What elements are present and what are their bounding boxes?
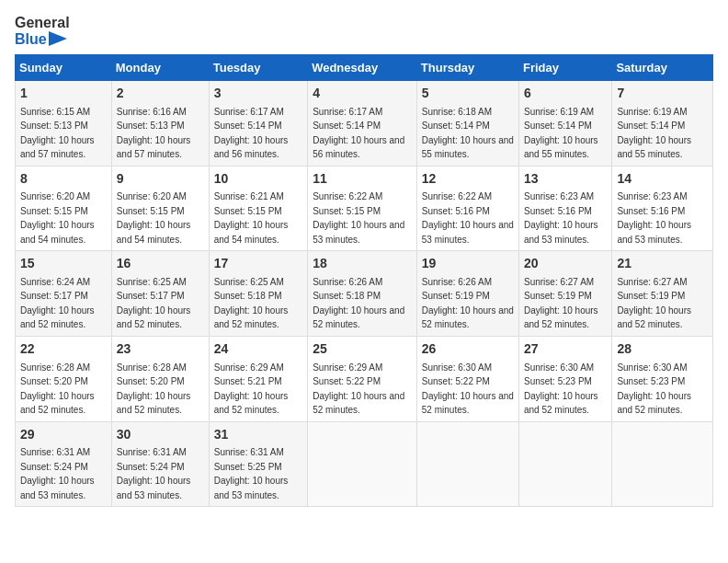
day-daylight: Daylight: 10 hours and 52 minutes.: [617, 305, 691, 330]
calendar-week-2: 8 Sunrise: 6:20 AM Sunset: 5:15 PM Dayli…: [16, 166, 713, 251]
day-number: 27: [524, 340, 607, 359]
day-sunset: Sunset: 5:15 PM: [20, 206, 88, 216]
day-daylight: Daylight: 10 hours and 52 minutes.: [117, 391, 191, 416]
day-daylight: Daylight: 10 hours and 56 minutes.: [214, 135, 289, 160]
day-daylight: Daylight: 10 hours and 54 minutes.: [214, 220, 289, 245]
calendar-cell-29: 30 Sunrise: 6:31 AM Sunset: 5:24 PM Dayl…: [111, 421, 209, 507]
day-number: 6: [524, 85, 607, 103]
day-daylight: Daylight: 10 hours and 55 minutes.: [617, 135, 691, 160]
day-sunrise: Sunrise: 6:30 AM: [422, 362, 492, 373]
calendar-week-3: 15 Sunrise: 6:24 AM Sunset: 5:17 PM Dayl…: [16, 251, 713, 337]
calendar-cell-22: 23 Sunrise: 6:28 AM Sunset: 5:20 PM Dayl…: [111, 336, 209, 421]
day-sunrise: Sunrise: 6:19 AM: [617, 107, 687, 117]
calendar-cell-23: 24 Sunrise: 6:29 AM Sunset: 5:21 PM Dayl…: [209, 336, 307, 421]
calendar-cell-20: 21 Sunrise: 6:27 AM Sunset: 5:19 PM Dayl…: [612, 251, 713, 337]
day-sunset: Sunset: 5:14 PM: [524, 121, 592, 131]
day-daylight: Daylight: 10 hours and 52 minutes.: [313, 391, 404, 416]
calendar-cell-3: 4 Sunrise: 6:17 AM Sunset: 5:14 PM Dayli…: [308, 81, 417, 167]
day-number: 4: [313, 85, 412, 103]
calendar-cell-4: 5 Sunrise: 6:18 AM Sunset: 5:14 PM Dayli…: [416, 81, 518, 167]
day-sunset: Sunset: 5:21 PM: [214, 376, 282, 386]
day-sunrise: Sunrise: 6:17 AM: [214, 107, 284, 117]
svg-marker-0: [49, 31, 67, 46]
calendar-cell-6: 7 Sunrise: 6:19 AM Sunset: 5:14 PM Dayli…: [612, 81, 713, 167]
day-daylight: Daylight: 10 hours and 52 minutes.: [214, 305, 289, 330]
logo: General Blue: [15, 15, 70, 47]
calendar-cell-5: 6 Sunrise: 6:19 AM Sunset: 5:14 PM Dayli…: [518, 81, 611, 167]
day-sunset: Sunset: 5:25 PM: [214, 462, 282, 472]
calendar-header-row: SundayMondayTuesdayWednesdayThursdayFrid…: [16, 55, 713, 81]
day-sunrise: Sunrise: 6:30 AM: [524, 362, 594, 373]
calendar-cell-30: 31 Sunrise: 6:31 AM Sunset: 5:25 PM Dayl…: [209, 421, 307, 507]
day-number: 21: [617, 255, 708, 273]
day-sunset: Sunset: 5:19 PM: [617, 291, 685, 301]
day-sunset: Sunset: 5:15 PM: [214, 206, 282, 216]
day-sunset: Sunset: 5:13 PM: [117, 121, 185, 131]
day-number: 30: [117, 426, 204, 444]
header-monday: Monday: [111, 55, 209, 81]
day-number: 7: [617, 85, 708, 103]
day-sunrise: Sunrise: 6:22 AM: [422, 191, 492, 201]
day-sunrise: Sunrise: 6:28 AM: [20, 362, 90, 373]
day-sunrise: Sunrise: 6:31 AM: [117, 447, 187, 457]
day-daylight: Daylight: 10 hours and 52 minutes.: [422, 305, 514, 330]
calendar-cell-7: 8 Sunrise: 6:20 AM Sunset: 5:15 PM Dayli…: [16, 166, 112, 251]
day-sunrise: Sunrise: 6:27 AM: [617, 277, 687, 287]
calendar-cell-16: 17 Sunrise: 6:25 AM Sunset: 5:18 PM Dayl…: [209, 251, 307, 337]
calendar-cell-18: 19 Sunrise: 6:26 AM Sunset: 5:19 PM Dayl…: [416, 251, 518, 337]
day-daylight: Daylight: 10 hours and 52 minutes.: [617, 391, 691, 416]
day-daylight: Daylight: 10 hours and 53 minutes.: [617, 220, 691, 245]
day-daylight: Daylight: 10 hours and 53 minutes.: [524, 220, 598, 245]
day-number: 16: [117, 255, 204, 273]
day-sunset: Sunset: 5:16 PM: [422, 206, 490, 216]
day-daylight: Daylight: 10 hours and 52 minutes.: [117, 305, 191, 330]
day-sunrise: Sunrise: 6:21 AM: [214, 191, 284, 201]
day-daylight: Daylight: 10 hours and 56 minutes.: [313, 135, 404, 160]
day-sunset: Sunset: 5:18 PM: [313, 291, 381, 301]
day-number: 17: [214, 255, 302, 273]
day-number: 1: [20, 85, 107, 103]
day-sunset: Sunset: 5:16 PM: [524, 206, 592, 216]
day-number: 25: [313, 340, 412, 359]
day-daylight: Daylight: 10 hours and 53 minutes.: [422, 220, 514, 245]
day-sunset: Sunset: 5:15 PM: [117, 206, 185, 216]
calendar-cell-26: 27 Sunrise: 6:30 AM Sunset: 5:23 PM Dayl…: [518, 336, 611, 421]
day-sunset: Sunset: 5:15 PM: [313, 206, 381, 216]
day-daylight: Daylight: 10 hours and 53 minutes.: [20, 476, 95, 500]
day-number: 20: [524, 255, 607, 273]
day-sunset: Sunset: 5:14 PM: [422, 121, 490, 131]
day-daylight: Daylight: 10 hours and 53 minutes.: [313, 220, 404, 245]
day-sunrise: Sunrise: 6:25 AM: [117, 277, 187, 287]
day-sunset: Sunset: 5:14 PM: [617, 121, 685, 131]
day-sunset: Sunset: 5:22 PM: [422, 376, 490, 386]
page-header: General Blue: [15, 15, 713, 47]
day-sunrise: Sunrise: 6:31 AM: [214, 447, 284, 457]
day-number: 15: [20, 255, 107, 273]
logo-arrow-icon: [49, 31, 67, 46]
day-sunrise: Sunrise: 6:20 AM: [20, 191, 90, 201]
day-daylight: Daylight: 10 hours and 52 minutes.: [214, 391, 289, 416]
day-sunrise: Sunrise: 6:24 AM: [20, 277, 90, 287]
calendar-week-5: 29 Sunrise: 6:31 AM Sunset: 5:24 PM Dayl…: [16, 421, 713, 507]
calendar-week-4: 22 Sunrise: 6:28 AM Sunset: 5:20 PM Dayl…: [16, 336, 713, 421]
day-sunrise: Sunrise: 6:18 AM: [422, 107, 492, 117]
day-daylight: Daylight: 10 hours and 53 minutes.: [117, 476, 191, 500]
header-tuesday: Tuesday: [209, 55, 307, 81]
calendar-cell-21: 22 Sunrise: 6:28 AM Sunset: 5:20 PM Dayl…: [16, 336, 112, 421]
day-daylight: Daylight: 10 hours and 55 minutes.: [422, 135, 514, 160]
day-sunrise: Sunrise: 6:30 AM: [617, 362, 687, 373]
day-sunset: Sunset: 5:19 PM: [422, 291, 490, 301]
day-sunrise: Sunrise: 6:17 AM: [313, 107, 382, 117]
day-number: 29: [20, 426, 107, 444]
day-sunset: Sunset: 5:13 PM: [20, 121, 88, 131]
day-daylight: Daylight: 10 hours and 54 minutes.: [117, 220, 191, 245]
calendar-cell-28: 29 Sunrise: 6:31 AM Sunset: 5:24 PM Dayl…: [16, 421, 112, 507]
calendar-cell-8: 9 Sunrise: 6:20 AM Sunset: 5:15 PM Dayli…: [111, 166, 209, 251]
header-friday: Friday: [518, 55, 611, 81]
day-number: 9: [117, 170, 204, 189]
header-wednesday: Wednesday: [308, 55, 417, 81]
day-number: 18: [313, 255, 412, 273]
calendar-cell-13: 14 Sunrise: 6:23 AM Sunset: 5:16 PM Dayl…: [612, 166, 713, 251]
day-number: 12: [422, 170, 514, 189]
day-daylight: Daylight: 10 hours and 57 minutes.: [20, 135, 95, 160]
